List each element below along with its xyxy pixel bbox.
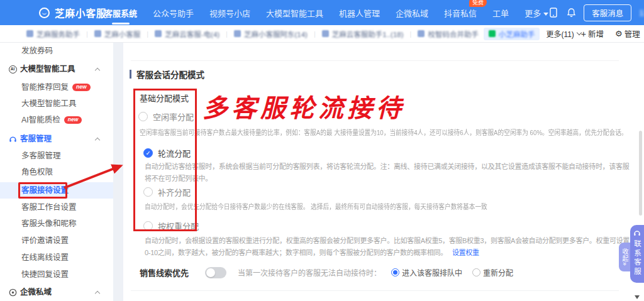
account-tabbar: 芝麻服务助手 | 芝麻小客服 | 芝麻云客服-电(4) | 芝麻小客服阿东(14… — [0, 25, 644, 43]
account-tab-4[interactable]: 芝麻云客服助手1..(18) — [317, 28, 409, 40]
account-tab-0[interactable]: 芝麻服务助手 — [21, 28, 85, 40]
radio-label: 空闲率分配 — [153, 111, 194, 123]
headset-icon — [633, 229, 641, 237]
manage-accounts-button[interactable]: ⚙ 管理 — [615, 28, 640, 40]
headset-icon — [8, 134, 17, 143]
add-account-button[interactable]: + 新增 — [581, 28, 604, 40]
nav-item-video-shop[interactable]: 视频号小店 — [209, 7, 250, 19]
tab-separator: | — [226, 30, 228, 38]
sidebar-section-label: 大模型智能工具 — [20, 65, 75, 74]
add-account-label: 新增 — [588, 28, 604, 40]
sales-lead-toggle-off[interactable] — [205, 267, 226, 278]
tab-separator: | — [147, 30, 148, 38]
sidebar-section-service-manage[interactable]: 客服管理 — [0, 131, 113, 147]
divider — [131, 60, 619, 61]
sidebar-item-ai-qc[interactable]: AI智能质检new — [0, 112, 113, 128]
sidebar-item-multi-agent[interactable]: 多客服管理 — [0, 148, 113, 164]
collapse-widget-button[interactable]: 收起» — [619, 243, 631, 271]
nav-item-more[interactable]: 更多 — [525, 7, 548, 19]
set-weight-link[interactable]: 设置权重 — [452, 249, 479, 256]
radio-selected-icon[interactable] — [391, 268, 399, 276]
more-accounts-dropdown[interactable]: 更多(11) — [546, 28, 580, 39]
account-phone-number[interactable]: 13918345807 — [639, 8, 644, 18]
mobile-icon[interactable] — [548, 8, 558, 18]
radio-option-round-robin[interactable]: ✓ 轮流分配 — [143, 147, 191, 159]
account-avatar — [26, 30, 33, 37]
bell-icon[interactable] — [566, 8, 576, 18]
account-avatar — [94, 30, 101, 37]
contact-service-button[interactable]: 联系客服 — [630, 225, 644, 283]
sidebar-item-quick-reply[interactable]: 快捷回复设置 — [0, 266, 113, 283]
sidebar-item-llm-tools[interactable]: 大模型智能工具 — [0, 96, 113, 112]
radio-label: 进入该客服排队中 — [402, 267, 462, 278]
nav-item-robot-manage[interactable]: 机器人管理 — [339, 7, 380, 19]
account-tab-5[interactable]: 校智码合并助手 — [413, 28, 484, 40]
scrollbar-thumb[interactable] — [639, 131, 642, 216]
nav-menu: 客服系统 公众号助手 视频号小店 大模型智能工具 机器人管理 企微私域 抖音私信… — [104, 7, 548, 19]
account-tab-3[interactable]: 芝麻小客服阿东(14) — [229, 28, 313, 40]
tabbar-actions: + 新增 ⚙ 管理 — [581, 28, 640, 40]
sidebar-section-llm-tools[interactable]: AI 大模型智能工具 — [0, 61, 113, 77]
sidebar: 发放券码 AI 大模型智能工具 智能推荐回复new 大模型智能工具 AI智能质检… — [0, 43, 113, 301]
divider — [131, 290, 619, 291]
scroll-corner-icon — [635, 295, 640, 299]
radio-label: 按权重分配 — [158, 220, 199, 232]
sidebar-item-coupon-codes[interactable]: 发放券码 — [0, 43, 113, 59]
brand[interactable]: 芝麻小客服 — [0, 6, 104, 19]
sidebar-item-avatar-nickname[interactable]: 客服头像和昵称 — [0, 216, 113, 232]
radio-unchecked-icon[interactable] — [143, 187, 153, 197]
tab-separator: | — [410, 30, 412, 38]
radio-unchecked-icon[interactable] — [138, 112, 148, 121]
wecom-account-avatar — [489, 30, 496, 37]
gear-icon: ⚙ — [615, 29, 623, 38]
group-label: 基础分配模式 — [140, 92, 189, 104]
sidebar-item-workbench-settings[interactable]: 客服工作台设置 — [0, 199, 113, 216]
radio-option-reassign[interactable]: 重新分配 — [472, 267, 513, 278]
radio-option-weighted[interactable]: 按权重分配 — [143, 220, 199, 232]
nav-item-official-account[interactable]: 公众号助手 — [153, 7, 194, 19]
account-avatar — [322, 30, 329, 37]
sidebar-item-online-offline[interactable]: 在线离线设置 — [0, 249, 113, 266]
nav-item-ticket[interactable]: 工单 — [492, 7, 509, 19]
account-tab-label: 芝麻小客服阿东(14) — [244, 29, 308, 39]
sidebar-item-role-permission[interactable]: 角色权限 — [0, 164, 113, 180]
collapse-label: 收起» — [620, 248, 630, 266]
more-accounts-label: 更多(11) — [546, 28, 574, 39]
sidebar-section-label: 企微私域 — [20, 288, 52, 297]
sidebar-item-review-invite[interactable]: 评价邀请设置 — [0, 233, 113, 249]
nav-item-llm-tools[interactable]: 大模型智能工具 — [266, 7, 323, 19]
new-badge: new — [64, 116, 82, 124]
sidebar-item-reception-settings[interactable]: 客服接待设置 — [0, 182, 113, 199]
account-tab-6-active[interactable]: 小芝麻助手 — [484, 28, 540, 40]
sidebar-section-wecom[interactable]: 企微私域 — [0, 284, 113, 300]
radio-option-enter-queue[interactable]: 进入该客服排队中 — [391, 267, 462, 278]
option-description: 自动分配时，会根据设置的客服权重进行分配，权重高的客服会被分配到更多客户。比如客… — [145, 235, 630, 259]
radio-unselected-icon[interactable] — [472, 268, 480, 276]
account-tab-2[interactable]: 芝麻云客服-电(4) — [150, 28, 225, 40]
sales-lead-hint: 当第一次接待客户的客服无法自动接待时： — [238, 267, 381, 278]
nav-item-wecom[interactable]: 企微私域 — [396, 7, 428, 19]
wecom-icon — [8, 288, 17, 297]
radio-checked-icon[interactable]: ✓ — [143, 148, 153, 158]
account-tab-label: 小芝麻助手 — [499, 29, 535, 39]
nav-item-label: 更多 — [525, 9, 541, 18]
nav-item-service-system[interactable]: 客服系统 — [104, 7, 137, 19]
service-message-button[interactable]: 客服消息 — [584, 4, 631, 21]
plus-icon: + — [581, 29, 586, 39]
radio-unchecked-icon[interactable] — [143, 221, 153, 231]
radio-option-fill-up[interactable]: 补齐分配 — [143, 186, 191, 198]
tab-separator: | — [314, 30, 316, 38]
option-description: 空闲率指客服当前可接待客户数占最大接待量的比率，例如：客服A的最 大接待量设置为… — [140, 127, 626, 139]
nav-right: 客服消息 13918345807 vip 3 — [548, 4, 644, 21]
account-tab-1[interactable]: 芝麻小客服 — [89, 28, 146, 40]
option-description: 自动分配时，会优先分配给今日接待客户数最少的在线客服。 选择后，最终所有可自动接… — [145, 201, 631, 213]
sales-lead-label: 销售线索优先 — [140, 266, 189, 278]
nav-item-douyin[interactable]: 抖音私信 免费 — [444, 7, 477, 19]
account-avatar — [418, 30, 425, 37]
sales-lead-row: 销售线索优先 当第一次接待客户的客服无法自动接待时： 进入该客服排队中 重新分配 — [140, 266, 513, 278]
radio-option-idle-rate[interactable]: 空闲率分配 — [138, 111, 194, 123]
chevron-up-icon — [95, 138, 100, 143]
nav-item-label: 抖音私信 — [444, 9, 477, 18]
app-screen: 芝麻小客服 客服系统 公众号助手 视频号小店 大模型智能工具 机器人管理 企微私… — [0, 0, 644, 301]
sidebar-item-smart-reply[interactable]: 智能推荐回复new — [0, 79, 113, 96]
